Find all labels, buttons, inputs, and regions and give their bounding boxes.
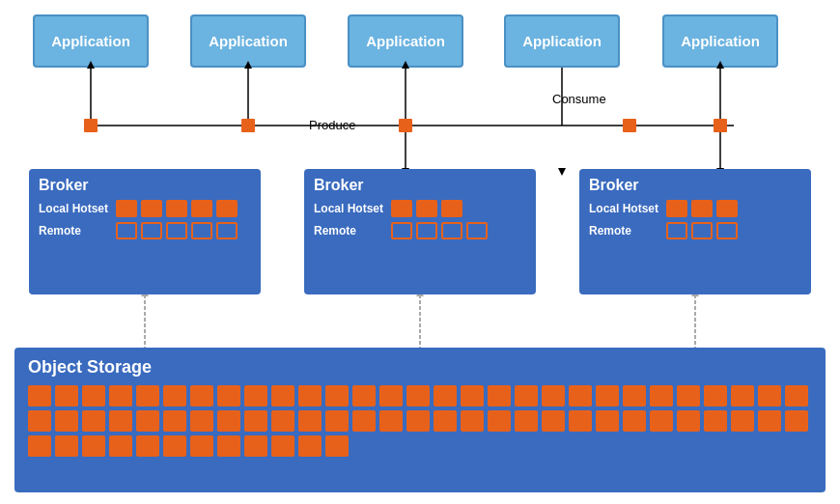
broker-2-hotset-segments xyxy=(391,200,462,217)
app-label-2: Application xyxy=(209,33,288,49)
broker-1: Broker Local Hotset Remote xyxy=(29,169,261,294)
broker-3-remote-segments xyxy=(666,222,738,239)
broker-1-remote-segments xyxy=(116,222,238,239)
broker-1-remote-label: Remote xyxy=(39,224,116,238)
broker-1-hotset-row: Local Hotset xyxy=(39,200,251,217)
diagram: Application Application Application Appl… xyxy=(0,0,840,504)
broker-2: Broker Local Hotset Remote xyxy=(304,169,536,294)
app-box-3: Application xyxy=(348,14,463,68)
connector-1 xyxy=(84,119,98,132)
broker-2-remote-segments xyxy=(391,222,488,239)
app-box-4: Application xyxy=(504,14,620,68)
app-label-4: Application xyxy=(522,33,602,49)
broker-3: Broker Local Hotset Remote xyxy=(579,169,811,294)
os-title: Object Storage xyxy=(28,357,812,378)
broker-3-hotset-row: Local Hotset xyxy=(589,200,801,217)
broker-1-hotset-segments xyxy=(116,200,238,217)
os-segments xyxy=(28,385,812,457)
connector-5 xyxy=(714,119,727,132)
app-box-2: Application xyxy=(190,14,306,68)
connector-3 xyxy=(399,119,412,132)
broker-2-hotset-row: Local Hotset xyxy=(314,200,526,217)
broker-3-title: Broker xyxy=(589,177,801,194)
app-box-1: Application xyxy=(33,14,149,68)
connector-4 xyxy=(623,119,636,132)
broker-2-remote-row: Remote xyxy=(314,222,526,239)
app-label-3: Application xyxy=(366,33,445,49)
connector-2 xyxy=(241,119,255,132)
broker-1-hotset-label: Local Hotset xyxy=(39,202,116,215)
produce-label: Produce xyxy=(309,118,355,132)
broker-2-title: Broker xyxy=(314,177,526,194)
broker-3-remote-row: Remote xyxy=(589,222,801,239)
broker-3-hotset-label: Local Hotset xyxy=(589,202,666,215)
broker-2-remote-label: Remote xyxy=(314,224,391,238)
broker-3-hotset-segments xyxy=(666,200,738,217)
app-label-5: Application xyxy=(681,33,760,49)
svg-marker-9 xyxy=(558,168,566,176)
broker-1-remote-row: Remote xyxy=(39,222,251,239)
object-storage: Object Storage xyxy=(14,348,826,492)
broker-2-hotset-label: Local Hotset xyxy=(314,202,391,215)
app-box-5: Application xyxy=(662,14,778,68)
broker-3-remote-label: Remote xyxy=(589,224,666,238)
app-label-1: Application xyxy=(51,33,130,49)
consume-label: Consume xyxy=(552,92,606,106)
broker-1-title: Broker xyxy=(39,177,251,194)
